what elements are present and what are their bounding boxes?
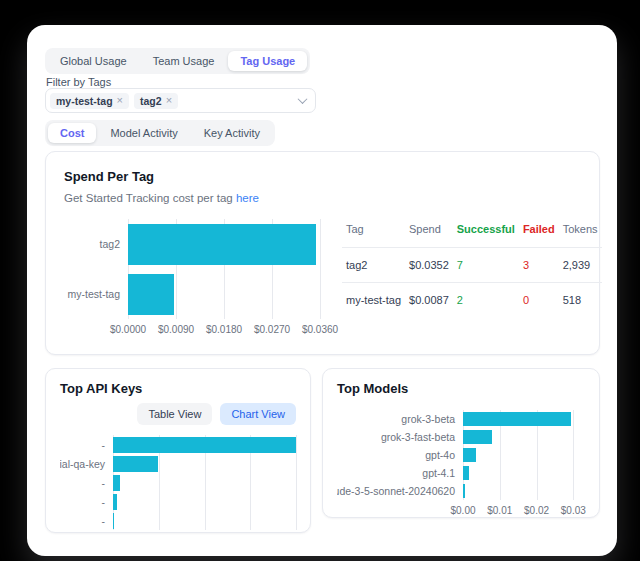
col-successful: Successful bbox=[453, 219, 519, 248]
chart-row: gpt-4o bbox=[337, 446, 577, 464]
chart-row: claude-3-5-sonnet-20240620 bbox=[337, 482, 577, 500]
tab-model-activity[interactable]: Model Activity bbox=[98, 123, 189, 143]
chart-row: my-test-tag bbox=[64, 269, 320, 319]
chart-row: - bbox=[60, 435, 296, 454]
chart-row: grok-3-fast-beta bbox=[337, 428, 577, 446]
chart-row: tag2 bbox=[64, 219, 320, 269]
bar[interactable] bbox=[113, 494, 117, 510]
cell-failed: 3 bbox=[519, 248, 559, 283]
tag-filter-select[interactable]: my-test-tag × tag2 × bbox=[45, 88, 316, 113]
here-link[interactable]: here bbox=[236, 192, 259, 204]
bar[interactable] bbox=[113, 437, 296, 453]
card-title: Top Models bbox=[337, 381, 585, 396]
remove-tag-icon[interactable]: × bbox=[166, 95, 172, 106]
bar-category-label: - bbox=[60, 439, 113, 451]
tab-tag-usage[interactable]: Tag Usage bbox=[228, 51, 307, 71]
card-subtitle: Get Started Tracking cost per tag here bbox=[64, 192, 581, 204]
bar[interactable] bbox=[128, 274, 174, 315]
filter-by-tags-label: Filter by Tags bbox=[46, 76, 111, 88]
chart-row: - bbox=[60, 473, 296, 492]
bar[interactable] bbox=[128, 224, 316, 265]
remove-tag-icon[interactable]: × bbox=[117, 95, 123, 106]
bar[interactable] bbox=[113, 513, 114, 529]
view-tabs: Cost Model Activity Key Activity bbox=[45, 120, 275, 146]
x-axis-tick-label: $0.02 bbox=[524, 505, 549, 516]
bar-category-label: tag2 bbox=[64, 238, 128, 250]
top-models-chart: grok-3-betagrok-3-fast-betagpt-4ogpt-4.1… bbox=[337, 410, 577, 518]
table-header-row: Tag Spend Successful Failed Tokens bbox=[342, 219, 602, 248]
spend-table: Tag Spend Successful Failed Tokens tag2 … bbox=[342, 219, 602, 317]
tab-cost[interactable]: Cost bbox=[48, 123, 96, 143]
bar[interactable] bbox=[113, 475, 120, 491]
usage-tabs: Global Usage Team Usage Tag Usage bbox=[45, 48, 310, 74]
tag-chip-label: tag2 bbox=[140, 95, 162, 107]
bar[interactable] bbox=[463, 412, 571, 426]
x-axis-tick-label: $0.0360 bbox=[302, 324, 338, 335]
col-failed: Failed bbox=[519, 219, 559, 248]
chart-row: special-qa-key bbox=[60, 454, 296, 473]
chart-row: - bbox=[60, 492, 296, 511]
card-title: Top API Keys bbox=[60, 381, 296, 396]
x-axis-tick-label: $0.00 bbox=[450, 505, 475, 516]
cell-spend: $0.0087 bbox=[405, 283, 453, 318]
bar-track bbox=[463, 412, 577, 426]
col-tag: Tag bbox=[342, 219, 405, 248]
bar-track bbox=[113, 494, 296, 510]
chart-row: gpt-4.1 bbox=[337, 464, 577, 482]
chart-row: - bbox=[60, 511, 296, 530]
chart-view-button[interactable]: Chart View bbox=[220, 403, 296, 425]
tab-global-usage[interactable]: Global Usage bbox=[48, 51, 139, 71]
top-models-card: Top Models grok-3-betagrok-3-fast-betagp… bbox=[322, 368, 600, 518]
bar-track bbox=[128, 274, 320, 315]
subtitle-text: Get Started Tracking cost per tag bbox=[64, 192, 236, 204]
bar-category-label: claude-3-5-sonnet-20240620 bbox=[337, 485, 463, 497]
bar[interactable] bbox=[463, 466, 469, 480]
cell-spend: $0.0352 bbox=[405, 248, 453, 283]
gridline bbox=[296, 435, 297, 530]
bar-category-label: - bbox=[60, 515, 113, 527]
bar-category-label: grok-3-beta bbox=[337, 413, 463, 425]
tag-chip: my-test-tag × bbox=[50, 93, 129, 109]
bar[interactable] bbox=[113, 456, 158, 472]
col-tokens: Tokens bbox=[559, 219, 602, 248]
bar-category-label: - bbox=[60, 496, 113, 508]
tab-key-activity[interactable]: Key Activity bbox=[192, 123, 272, 143]
bar-track bbox=[463, 430, 577, 444]
chevron-down-icon[interactable] bbox=[298, 94, 308, 104]
bar-track bbox=[113, 513, 296, 529]
chart-row: grok-3-beta bbox=[337, 410, 577, 428]
x-axis-tick-label: $0.0180 bbox=[206, 324, 242, 335]
x-axis-tick-label: $0.0090 bbox=[158, 324, 194, 335]
bar-track bbox=[463, 484, 577, 498]
bar-category-label: grok-3-fast-beta bbox=[337, 431, 463, 443]
bar-category-label: gpt-4.1 bbox=[337, 467, 463, 479]
bar-track bbox=[463, 448, 577, 462]
bar-track bbox=[113, 456, 296, 472]
bar[interactable] bbox=[463, 430, 492, 444]
x-axis-tick-label: $0.03 bbox=[561, 505, 586, 516]
bar-track bbox=[128, 224, 320, 265]
table-row: tag2 $0.0352 7 3 2,939 bbox=[342, 248, 602, 283]
table-row: my-test-tag $0.0087 2 0 518 bbox=[342, 283, 602, 318]
table-view-button[interactable]: Table View bbox=[137, 403, 212, 425]
tag-chip: tag2 × bbox=[134, 93, 178, 109]
bar[interactable] bbox=[463, 484, 465, 498]
top-api-keys-card: Top API Keys Table View Chart View -spec… bbox=[45, 368, 311, 533]
bar[interactable] bbox=[463, 448, 476, 462]
bar-track bbox=[113, 437, 296, 453]
bar-category-label: my-test-tag bbox=[64, 288, 128, 300]
top-api-keys-chart: -special-qa-key--- bbox=[60, 435, 296, 533]
x-axis-tick-label: $0.01 bbox=[487, 505, 512, 516]
x-axis-tick-label: $0.0270 bbox=[254, 324, 290, 335]
app-window: Global Usage Team Usage Tag Usage Filter… bbox=[27, 25, 617, 556]
tab-team-usage[interactable]: Team Usage bbox=[141, 51, 227, 71]
spend-per-tag-chart: tag2my-test-tag $0.0000$0.0090$0.0180$0.… bbox=[64, 219, 320, 337]
view-toggle: Table View Chart View bbox=[60, 403, 296, 425]
cell-successful: 7 bbox=[453, 248, 519, 283]
cell-tag: my-test-tag bbox=[342, 283, 405, 318]
bar-track bbox=[113, 475, 296, 491]
spend-per-tag-card: Spend Per Tag Get Started Tracking cost … bbox=[45, 151, 600, 355]
bar-category-label: special-qa-key bbox=[60, 458, 113, 470]
tag-chip-label: my-test-tag bbox=[56, 95, 113, 107]
cell-successful: 2 bbox=[453, 283, 519, 318]
